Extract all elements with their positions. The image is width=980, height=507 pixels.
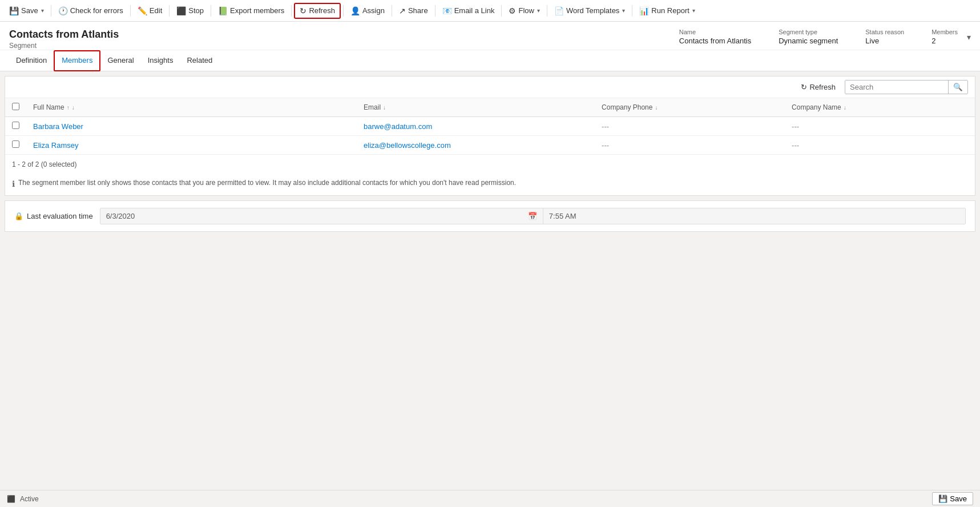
- page-title-area: Contacts from Atlantis Segment: [9, 29, 119, 50]
- tab-insights-label: Insights: [148, 56, 174, 65]
- search-box: 🔍: [845, 80, 968, 94]
- email-link-button[interactable]: 📧 Email a Link: [438, 4, 499, 18]
- word-templates-label: Word Templates: [566, 6, 619, 15]
- stop-label: Stop: [188, 6, 204, 15]
- separator: [130, 5, 131, 17]
- lock-icon: 🔒: [14, 212, 23, 220]
- row2-check: [5, 136, 26, 155]
- tab-related[interactable]: Related: [180, 50, 219, 71]
- page-subtitle: Segment: [9, 42, 119, 50]
- status-bar: ⬛ Active 💾 Save: [0, 490, 980, 507]
- page-header-chevron[interactable]: ▾: [967, 33, 971, 42]
- share-button[interactable]: ↗ Share: [394, 4, 433, 18]
- run-report-button[interactable]: 📊 Run Report ▾: [635, 4, 699, 18]
- tab-insights[interactable]: Insights: [141, 50, 180, 71]
- evaluation-row: 🔒 Last evaluation time 📅: [14, 208, 966, 224]
- row1-email: barwe@adatum.com: [357, 117, 595, 136]
- save-icon: 💾: [9, 6, 19, 15]
- share-icon: ↗: [399, 6, 406, 15]
- page-header: Contacts from Atlantis Segment Name Cont…: [0, 22, 980, 50]
- row1-phone: ---: [595, 117, 785, 136]
- email-link-label: Email a Link: [454, 6, 495, 15]
- select-all-checkbox[interactable]: [12, 103, 19, 110]
- tab-general[interactable]: General: [100, 50, 140, 71]
- eval-date-input: [100, 208, 522, 224]
- separator: [632, 5, 632, 17]
- phone-sort-icon[interactable]: ↓: [655, 104, 658, 111]
- name-sort-asc-icon[interactable]: ↑: [67, 104, 70, 111]
- meta-members: Members 2: [931, 29, 958, 45]
- email-icon: 📧: [442, 6, 452, 15]
- email-sort-icon[interactable]: ↓: [383, 104, 386, 111]
- check-errors-icon: 🕐: [58, 6, 68, 15]
- word-templates-button[interactable]: 📄 Word Templates ▾: [550, 4, 630, 18]
- row1-company: ---: [785, 117, 975, 136]
- flow-label: Flow: [518, 6, 534, 15]
- page-title: Contacts from Atlantis: [9, 29, 119, 41]
- company-sort-icon[interactable]: ↓: [844, 104, 846, 111]
- assign-icon: 👤: [350, 6, 360, 15]
- table-row: Barbara Weber barwe@adatum.com --- ---: [5, 117, 975, 136]
- row1-name-link[interactable]: Barbara Weber: [33, 122, 83, 131]
- refresh-button[interactable]: ↻ Refresh: [294, 3, 341, 19]
- meta-name: Name Contacts from Atlantis: [679, 29, 751, 45]
- search-button[interactable]: 🔍: [948, 81, 967, 94]
- run-report-label: Run Report: [651, 6, 689, 15]
- meta-status-reason: Status reason Live: [865, 29, 904, 45]
- flow-button[interactable]: ⚙ Flow ▾: [504, 4, 544, 18]
- notice-text: The segment member list only shows those…: [18, 179, 516, 187]
- tab-definition[interactable]: Definition: [9, 50, 54, 71]
- row2-company: ---: [785, 136, 975, 155]
- search-input[interactable]: [845, 81, 948, 94]
- meta-name-value: Contacts from Atlantis: [679, 37, 751, 45]
- status-save-label: Save: [950, 494, 967, 503]
- run-report-chevron: ▾: [692, 7, 695, 14]
- edit-button[interactable]: ✏️ Edit: [133, 4, 167, 18]
- status-save-button[interactable]: 💾 Save: [932, 492, 973, 505]
- export-label: Export members: [230, 6, 284, 15]
- separator: [501, 5, 502, 17]
- toolbar: 💾 Save ▾ 🕐 Check for errors ✏️ Edit ⬛ St…: [0, 0, 980, 22]
- tab-members[interactable]: Members: [54, 50, 100, 71]
- word-templates-icon: 📄: [554, 6, 564, 15]
- refresh-label: Refresh: [309, 6, 335, 15]
- table-row: Eliza Ramsey eliza@bellowscollege.com --…: [5, 136, 975, 155]
- separator: [343, 5, 344, 17]
- meta-name-label: Name: [679, 29, 751, 35]
- separator: [547, 5, 547, 17]
- save-button[interactable]: 💾 Save ▾: [5, 4, 49, 18]
- name-sort-desc-icon[interactable]: ↓: [72, 104, 75, 111]
- members-refresh-button[interactable]: ↻ Refresh: [796, 81, 840, 94]
- members-toolbar: ↻ Refresh 🔍: [5, 77, 975, 98]
- summary-row: 1 - 2 of 2 (0 selected): [5, 155, 975, 174]
- flow-chevron: ▾: [537, 7, 540, 14]
- row2-email-link[interactable]: eliza@bellowscollege.com: [364, 141, 451, 150]
- row2-name-link[interactable]: Eliza Ramsey: [33, 141, 78, 150]
- check-errors-button[interactable]: 🕐 Check for errors: [54, 4, 128, 18]
- col-company-header: Company Name ↓: [785, 98, 975, 117]
- row2-checkbox[interactable]: [12, 140, 19, 148]
- eval-date-group: 📅: [100, 208, 966, 224]
- separator: [392, 5, 392, 17]
- calendar-icon[interactable]: 📅: [522, 208, 543, 224]
- meta-members-label: Members: [931, 29, 958, 35]
- row2-name: Eliza Ramsey: [26, 136, 357, 155]
- col-email-header: Email ↓: [357, 98, 595, 117]
- assign-button[interactable]: 👤 Assign: [346, 4, 389, 18]
- members-refresh-icon: ↻: [801, 83, 807, 91]
- col-company-label: Company Name: [792, 103, 841, 111]
- meta-segment-type-value: Dynamic segment: [779, 37, 838, 45]
- stop-icon: ⬛: [176, 6, 186, 15]
- row1-email-link[interactable]: barwe@adatum.com: [364, 122, 432, 131]
- meta-status-reason-value: Live: [865, 37, 904, 45]
- stop-button[interactable]: ⬛ Stop: [172, 4, 208, 18]
- edit-icon: ✏️: [138, 6, 147, 15]
- members-table: Full Name ↑ ↓ Email ↓: [5, 98, 975, 155]
- status-save-icon: 💾: [938, 494, 947, 503]
- meta-segment-type-label: Segment type: [779, 29, 838, 35]
- export-members-button[interactable]: 📗 Export members: [213, 4, 289, 18]
- word-templates-chevron: ▾: [622, 7, 625, 14]
- save-chevron: ▾: [41, 7, 44, 14]
- run-report-icon: 📊: [639, 6, 649, 15]
- row1-checkbox[interactable]: [12, 122, 19, 129]
